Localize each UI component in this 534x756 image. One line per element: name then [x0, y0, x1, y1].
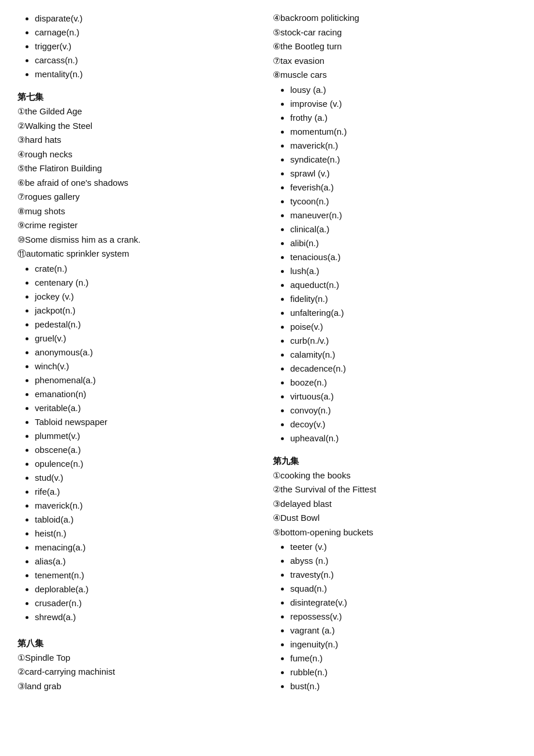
numbered-item: ①Spindle Top	[17, 651, 261, 665]
numbered-item: ④Dust Bowl	[273, 512, 517, 525]
section7-bullets: crate(n.)centenary (n.)jockey (v.)jackpo…	[35, 262, 261, 624]
list-item: stud(v.)	[35, 471, 261, 485]
numbered-item: ③land grab	[17, 680, 261, 693]
right-top-numbered: ④backroom politicking⑤stock-car racing⑥t…	[273, 12, 517, 82]
numbered-item: ⑥be afraid of one's shadows	[17, 177, 261, 190]
numbered-item: ⑨crime register	[17, 219, 261, 232]
section9-header: 第九集	[273, 456, 517, 467]
list-item: pedestal(n.)	[35, 318, 261, 332]
list-item: repossess(v.)	[290, 610, 517, 624]
list-item: veritable(a.)	[35, 401, 261, 415]
list-item: poise(v.)	[290, 320, 517, 334]
list-item: alibi(n.)	[290, 236, 517, 250]
list-item: menacing(a.)	[35, 541, 261, 555]
list-item: sprawl (v.)	[290, 167, 517, 181]
list-item: curb(n./v.)	[290, 334, 517, 348]
list-item: syndicate(n.)	[290, 153, 517, 167]
list-item: improvise (v.)	[290, 97, 517, 111]
list-item: travesty(n.)	[290, 568, 517, 582]
list-item: carnage(n.)	[35, 26, 261, 39]
list-item: lush(a.)	[290, 264, 517, 278]
list-item: upheaval(n.)	[290, 431, 517, 445]
list-item: plummet(v.)	[35, 429, 261, 443]
list-item: rife(a.)	[35, 485, 261, 499]
list-item: tabloid(a.)	[35, 513, 261, 527]
numbered-item: ⑥the Bootleg turn	[273, 40, 517, 53]
list-item: frothy (a.)	[290, 111, 517, 125]
top-bullet-list: disparate(v.)carnage(n.)trigger(v.)carca…	[35, 12, 261, 81]
list-item: disintegrate(v.)	[290, 596, 517, 610]
numbered-item: ⑤the Flatiron Building	[17, 162, 261, 175]
numbered-item: ⑧mug shots	[17, 205, 261, 218]
numbered-item: ⑤bottom-opening buckets	[273, 526, 517, 539]
list-item: booze(n.)	[290, 376, 517, 390]
section7-header: 第七集	[17, 92, 261, 103]
list-item: centenary (n.)	[35, 276, 261, 290]
list-item: trigger(v.)	[35, 39, 261, 53]
list-item: fidelity(n.)	[290, 292, 517, 306]
numbered-item: ②card-carrying machinist	[17, 665, 261, 679]
list-item: crate(n.)	[35, 262, 261, 276]
list-item: tenement(n.)	[35, 568, 261, 582]
list-item: carcass(n.)	[35, 53, 261, 67]
numbered-item: ①cooking the books	[273, 469, 517, 483]
numbered-item: ②Walking the Steel	[17, 120, 261, 133]
numbered-item: ⑩Some dismiss him as a crank.	[17, 233, 261, 247]
list-item: deplorable(a.)	[35, 582, 261, 596]
list-item: crusader(n.)	[35, 596, 261, 610]
numbered-item: ①the Gilded Age	[17, 105, 261, 118]
numbered-item: ③hard hats	[17, 134, 261, 147]
list-item: anonymous(a.)	[35, 345, 261, 359]
list-item: opulence(n.)	[35, 457, 261, 471]
numbered-item: ③delayed blast	[273, 498, 517, 511]
list-item: aqueduct(n.)	[290, 278, 517, 292]
list-item: squad(n.)	[290, 582, 517, 596]
list-item: feverish(a.)	[290, 181, 517, 195]
list-item: teeter (v.)	[290, 540, 517, 554]
list-item: heist(n.)	[35, 527, 261, 541]
numbered-item: ⑤stock-car racing	[273, 26, 517, 39]
list-item: calamity(n.)	[290, 348, 517, 362]
list-item: bust(n.)	[290, 679, 517, 693]
numbered-item: ⑦tax evasion	[273, 55, 517, 68]
list-item: ingenuity(n.)	[290, 638, 517, 651]
list-item: maverick(n.)	[290, 139, 517, 153]
list-item: momentum(n.)	[290, 125, 517, 139]
list-item: convoy(n.)	[290, 404, 517, 417]
section9-bullets: teeter (v.)abyss (n.)travesty(n.)squad(n…	[290, 540, 517, 693]
list-item: maverick(n.)	[35, 499, 261, 513]
list-item: winch(v.)	[35, 359, 261, 373]
list-item: obscene(a.)	[35, 443, 261, 457]
section7-numbered: ①the Gilded Age②Walking the Steel③hard h…	[17, 105, 261, 261]
list-item: Tabloid newspaper	[35, 415, 261, 429]
right-column: ④backroom politicking⑤stock-car racing⑥t…	[267, 12, 517, 696]
list-item: emanation(n)	[35, 387, 261, 401]
list-item: alias(a.)	[35, 555, 261, 568]
list-item: tycoon(n.)	[290, 195, 517, 208]
list-item: unfaltering(a.)	[290, 306, 517, 320]
section8-header: 第八集	[17, 638, 261, 649]
list-item: jockey (v.)	[35, 290, 261, 304]
numbered-item: ②the Survival of the Fittest	[273, 483, 517, 496]
list-item: abyss (n.)	[290, 554, 517, 568]
list-item: decadence(n.)	[290, 362, 517, 376]
list-item: gruel(v.)	[35, 332, 261, 345]
numbered-item: ④backroom politicking	[273, 12, 517, 25]
section8-numbered: ①Spindle Top②card-carrying machinist③lan…	[17, 651, 261, 693]
list-item: fume(n.)	[290, 651, 517, 665]
list-item: phenomenal(a.)	[35, 373, 261, 387]
list-item: tenacious(a.)	[290, 250, 517, 264]
list-item: disparate(v.)	[35, 12, 261, 26]
list-item: mentality(n.)	[35, 67, 261, 81]
left-column: disparate(v.)carnage(n.)trigger(v.)carca…	[17, 12, 267, 696]
list-item: decoy(v.)	[290, 417, 517, 431]
list-item: virtuous(a.)	[290, 390, 517, 404]
list-item: vagrant (a.)	[290, 624, 517, 638]
right-top-bullets: lousy (a.)improvise (v.)frothy (a.)momen…	[290, 83, 517, 445]
list-item: clinical(a.)	[290, 222, 517, 236]
list-item: jackpot(n.)	[35, 304, 261, 318]
numbered-item: ⑧muscle cars	[273, 69, 517, 82]
section9-numbered: ①cooking the books②the Survival of the F…	[273, 469, 517, 539]
list-item: shrewd(a.)	[35, 610, 261, 624]
list-item: rubble(n.)	[290, 665, 517, 679]
